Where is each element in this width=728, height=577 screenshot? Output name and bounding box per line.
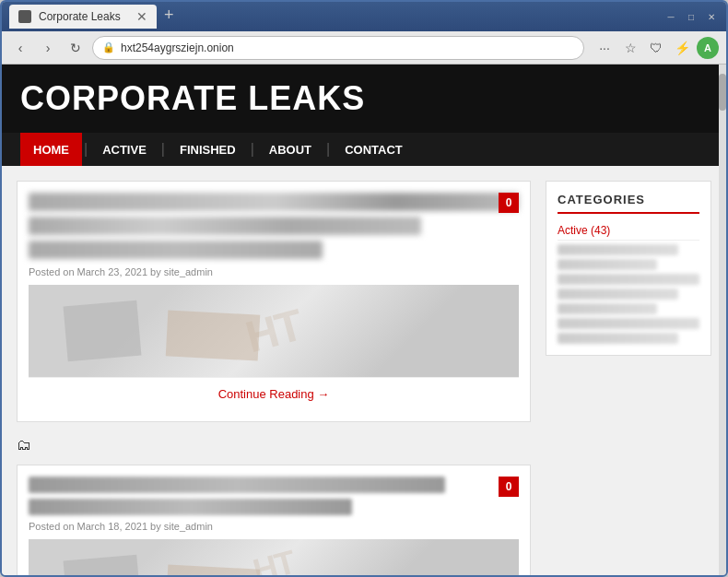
posts-area: 0 Posted on March 23, 2021 by site_admin… [17, 181, 531, 575]
tab-close-button[interactable]: ✕ [136, 9, 147, 24]
sidebar-blur-2 [558, 259, 657, 270]
post-card-2: 0 Posted on March 18, 2021 by site_admin… [17, 465, 531, 575]
post-image-2: HT [29, 539, 519, 575]
profile-icon[interactable]: A [697, 37, 719, 59]
star-icon[interactable]: ☆ [619, 37, 641, 59]
post-title-line-2 [29, 217, 421, 235]
tab-title: Corporate Leaks [39, 10, 121, 23]
nav-active[interactable]: ACTIVE [89, 133, 159, 166]
site-title: CORPORATE LEAKS [20, 79, 708, 118]
sidebar-blur-1 [558, 244, 678, 255]
post2-title-line-1 [29, 477, 445, 493]
post-title-line-3 [29, 241, 323, 259]
site-nav: HOME | ACTIVE | FINISHED | ABOUT | CONTA… [2, 133, 726, 166]
forward-button[interactable]: › [37, 37, 59, 59]
tab-favicon [18, 10, 31, 23]
sidebar-blur-5 [558, 303, 657, 314]
title-bar: Corporate Leaks ✕ + ─ □ ✕ [2, 2, 726, 31]
window-controls: ─ □ ✕ [663, 9, 719, 24]
maximize-button[interactable]: □ [684, 9, 699, 24]
extensions-icon[interactable]: ⚡ [671, 37, 693, 59]
sidebar-blurred-items [558, 244, 699, 344]
minimize-button[interactable]: ─ [663, 9, 678, 24]
site-header: CORPORATE LEAKS [2, 65, 726, 133]
address-bar[interactable]: 🔒 hxt254aygrsziejn.onion [92, 36, 584, 60]
nav-about[interactable]: ABOUT [256, 133, 324, 166]
nav-finished[interactable]: FINISHED [167, 133, 249, 166]
new-tab-button[interactable]: + [164, 6, 174, 29]
nav-sep-2: | [159, 141, 167, 158]
sidebar-blur-6 [558, 318, 699, 329]
folder-icon: 🗂 [17, 437, 531, 453]
post-card-1: 0 Posted on March 23, 2021 by site_admin… [17, 181, 531, 422]
address-bar-row: ‹ › ↻ 🔒 hxt254aygrsziejn.onion ··· ☆ 🛡 ⚡… [2, 31, 726, 65]
sidebar: CATEGORIES Active (43) [546, 181, 711, 575]
close-button[interactable]: ✕ [704, 9, 719, 24]
sidebar-blur-4 [558, 288, 678, 300]
browser-window: Corporate Leaks ✕ + ─ □ ✕ ‹ › ↻ 🔒 hxt254… [0, 0, 728, 577]
post2-title-area [29, 477, 519, 515]
back-button[interactable]: ‹ [9, 37, 31, 59]
nav-sep-4: | [324, 141, 332, 158]
post-title-line-1 [29, 193, 519, 211]
categories-widget: CATEGORIES Active (43) [546, 181, 711, 356]
url-text: hxt254aygrsziejn.onion [121, 41, 574, 54]
scrollbar[interactable] [719, 65, 726, 575]
category-active[interactable]: Active (43) [558, 221, 699, 241]
watermark-1: HT [241, 300, 307, 363]
post-image-1: HT [29, 285, 519, 377]
scrollbar-thumb[interactable] [719, 74, 726, 111]
post-meta-2: Posted on March 18, 2021 by site_admin [29, 521, 519, 532]
watermark-2: HT [249, 543, 298, 575]
post-meta-1: Posted on March 23, 2021 by site_admin [29, 266, 519, 277]
main-area: 0 Posted on March 23, 2021 by site_admin… [2, 166, 726, 575]
security-icon: 🔒 [102, 41, 115, 53]
toolbar-icons: ··· ☆ 🛡 ⚡ A [593, 37, 719, 59]
refresh-button[interactable]: ↻ [65, 37, 87, 59]
categories-title: CATEGORIES [558, 193, 699, 214]
site-content: CORPORATE LEAKS HOME | ACTIVE | FINISHED… [2, 65, 726, 575]
post2-title-line-2 [29, 499, 352, 515]
ellipsis-button[interactable]: ··· [593, 37, 616, 59]
nav-sep-1: | [82, 141, 89, 158]
post-badge-2: 0 [499, 477, 519, 497]
shield-icon[interactable]: 🛡 [645, 37, 667, 59]
browser-tab[interactable]: Corporate Leaks ✕ [9, 5, 157, 29]
continue-reading-link[interactable]: Continue Reading → [29, 377, 519, 410]
sidebar-blur-3 [558, 274, 699, 285]
nav-sep-3: | [249, 141, 256, 158]
nav-contact[interactable]: CONTACT [332, 133, 416, 166]
sidebar-blur-7 [558, 333, 678, 344]
nav-home[interactable]: HOME [20, 133, 82, 166]
post-badge-1: 0 [499, 193, 519, 213]
